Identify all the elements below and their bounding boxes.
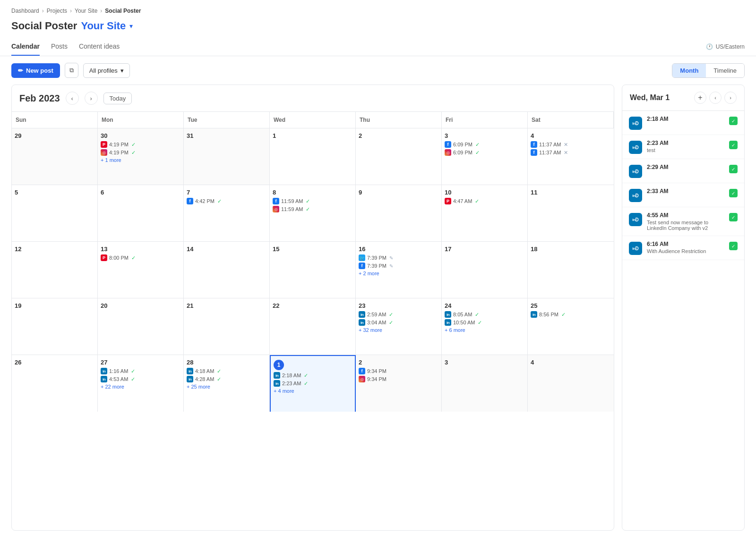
event-row[interactable]: in 8:05 AM ✓ (445, 311, 524, 318)
more-link[interactable]: + 22 more (101, 384, 180, 390)
facebook-icon: f (359, 263, 365, 269)
event-row[interactable]: ◎ 4:19 PM ✓ (101, 149, 180, 156)
cal-cell-28[interactable]: 28 in 4:18 AM ✓ in 4:28 AM ✓ + 25 more (184, 355, 270, 412)
cal-cell-31[interactable]: 31 (184, 128, 270, 185)
cal-cell-21[interactable]: 21 (184, 298, 270, 355)
cal-cell-mar4[interactable]: 4 (528, 355, 614, 412)
event-row[interactable]: in 10:50 AM ✓ (445, 319, 524, 326)
cal-cell-13[interactable]: 13 P 8:00 PM ✓ (98, 242, 184, 298)
cal-cell-feb3[interactable]: 3 f 6:09 PM ✓ ◎ 6:09 PM ✓ (442, 128, 528, 185)
cal-cell-mar2[interactable]: 2 f 9:34 PM ◎ 9:34 PM (356, 355, 442, 412)
linkedin-icon: in (531, 311, 537, 318)
event-row[interactable]: in 4:53 AM ✓ (101, 376, 180, 382)
cal-cell-29[interactable]: 29 (12, 128, 98, 185)
cal-cell-mar3[interactable]: 3 (442, 355, 528, 412)
today-button[interactable]: Today (103, 93, 132, 104)
more-link[interactable]: + 25 more (187, 384, 266, 390)
event-row[interactable]: in 2:59 AM ✓ (359, 311, 438, 318)
cal-cell-23[interactable]: 23 in 2:59 AM ✓ in 3:04 AM ✓ + 32 more (356, 298, 442, 355)
cal-cell-feb4[interactable]: 4 f 11:37 AM ✕ f 11:37 AM ✕ (528, 128, 614, 185)
event-row[interactable]: in 8:56 PM ✓ (531, 311, 611, 318)
tab-calendar[interactable]: Calendar (11, 38, 40, 56)
cal-cell-7[interactable]: 7 f 4:42 PM ✓ (184, 185, 270, 242)
more-link[interactable]: + 2 more (359, 271, 438, 276)
cal-cell-20[interactable]: 20 (98, 298, 184, 355)
cal-cell-22[interactable]: 22 (270, 298, 356, 355)
timezone-display: 🕐 US/Eastern (706, 43, 745, 50)
cal-cell-17[interactable]: 17 (442, 242, 528, 298)
panel-event-3[interactable]: in D 2:29 AM ✓ (622, 159, 744, 183)
day-header-sat: Sat (528, 112, 614, 128)
event-row[interactable]: f 6:09 PM ✓ (445, 141, 524, 148)
timeline-view-button[interactable]: Timeline (706, 64, 744, 77)
panel-event-6[interactable]: in D 6:16 AM With Audience Restriction ✓ (622, 236, 744, 260)
event-row[interactable]: f 11:37 AM ✕ (531, 141, 611, 148)
breadcrumb-dashboard[interactable]: Dashboard (11, 8, 39, 14)
cal-cell-18[interactable]: 18 (528, 242, 614, 298)
cal-cell-24[interactable]: 24 in 8:05 AM ✓ in 10:50 AM ✓ + 6 more (442, 298, 528, 355)
cal-cell-15[interactable]: 15 (270, 242, 356, 298)
panel-event-1[interactable]: in D 2:18 AM ✓ (622, 111, 744, 135)
cal-cell-feb2[interactable]: 2 (356, 128, 442, 185)
event-row[interactable]: 🐦 7:39 PM ✎ (359, 254, 438, 261)
event-row[interactable]: P 8:00 PM ✓ (101, 254, 180, 261)
event-row[interactable]: in 1:16 AM ✓ (101, 368, 180, 374)
event-row[interactable]: in 2:23 AM ✓ (274, 380, 352, 387)
more-link[interactable]: + 32 more (359, 327, 438, 333)
event-row[interactable]: f 11:59 AM ✓ (273, 198, 352, 204)
cal-cell-12[interactable]: 12 (12, 242, 98, 298)
panel-add-button[interactable]: + (694, 92, 706, 104)
copy-button[interactable]: ⧉ (65, 63, 78, 78)
cal-cell-6[interactable]: 6 (98, 185, 184, 242)
cal-cell-11[interactable]: 11 (528, 185, 614, 242)
breadcrumb-yoursite[interactable]: Your Site (75, 8, 97, 14)
cal-cell-mar1-today[interactable]: 1 in 2:18 AM ✓ in 2:23 AM ✓ + 4 more (270, 355, 356, 412)
panel-event-2[interactable]: in D 2:23 AM test ✓ (622, 135, 744, 159)
tab-content-ideas[interactable]: Content ideas (79, 38, 120, 56)
new-post-button[interactable]: ✏ New post (11, 63, 60, 78)
cal-cell-27[interactable]: 27 in 1:16 AM ✓ in 4:53 AM ✓ + 22 more (98, 355, 184, 412)
site-name[interactable]: Your Site (81, 20, 126, 32)
more-link[interactable]: + 1 more (101, 157, 180, 163)
linkedin-icon: in (101, 368, 107, 374)
more-link[interactable]: + 4 more (274, 388, 352, 394)
clock-icon: 🕐 (706, 43, 713, 50)
event-row[interactable]: P 4:19 PM ✓ (101, 141, 180, 148)
event-row[interactable]: ◎ 11:59 AM ✓ (273, 206, 352, 212)
event-row[interactable]: ◎ 6:09 PM ✓ (445, 149, 524, 156)
panel-prev-button[interactable]: ‹ (709, 92, 722, 104)
next-month-button[interactable]: › (85, 92, 98, 105)
cal-cell-30[interactable]: 30 P 4:19 PM ✓ ◎ 4:19 PM ✓ + 1 more (98, 128, 184, 185)
cal-cell-9[interactable]: 9 (356, 185, 442, 242)
tab-posts[interactable]: Posts (51, 38, 68, 56)
event-row[interactable]: in 4:28 AM ✓ (187, 376, 266, 382)
event-row[interactable]: f 9:34 PM (359, 368, 438, 374)
linkedin-icon: in (359, 319, 365, 326)
event-row[interactable]: P 4:47 AM ✓ (445, 198, 524, 204)
event-row[interactable]: ◎ 9:34 PM (359, 376, 438, 382)
cal-cell-10[interactable]: 10 P 4:47 AM ✓ (442, 185, 528, 242)
panel-event-4[interactable]: in D 2:33 AM ✓ (622, 183, 744, 207)
event-row[interactable]: f 11:37 AM ✕ (531, 149, 611, 156)
cal-cell-25[interactable]: 25 in 8:56 PM ✓ (528, 298, 614, 355)
cal-cell-26[interactable]: 26 (12, 355, 98, 412)
cal-cell-5[interactable]: 5 (12, 185, 98, 242)
event-row[interactable]: in 2:18 AM ✓ (274, 372, 352, 379)
month-view-button[interactable]: Month (672, 64, 706, 77)
cal-cell-feb1[interactable]: 1 (270, 128, 356, 185)
more-link[interactable]: + 6 more (445, 327, 524, 333)
cal-cell-16[interactable]: 16 🐦 7:39 PM ✎ f 7:39 PM ✎ + 2 more (356, 242, 442, 298)
panel-event-5[interactable]: in D 4:55 AM Test send now message to Li… (622, 207, 744, 236)
panel-next-button[interactable]: › (724, 92, 737, 104)
site-dropdown-icon[interactable]: ▾ (129, 22, 133, 30)
event-row[interactable]: in 3:04 AM ✓ (359, 319, 438, 326)
breadcrumb-projects[interactable]: Projects (47, 8, 67, 14)
cal-cell-14[interactable]: 14 (184, 242, 270, 298)
profiles-dropdown[interactable]: All profiles ▾ (83, 63, 130, 78)
event-row[interactable]: f 4:42 PM ✓ (187, 198, 266, 204)
event-row[interactable]: f 7:39 PM ✎ (359, 263, 438, 269)
cal-cell-8[interactable]: 8 f 11:59 AM ✓ ◎ 11:59 AM ✓ (270, 185, 356, 242)
cal-cell-19[interactable]: 19 (12, 298, 98, 355)
event-row[interactable]: in 4:18 AM ✓ (187, 368, 266, 374)
prev-month-button[interactable]: ‹ (66, 92, 79, 105)
